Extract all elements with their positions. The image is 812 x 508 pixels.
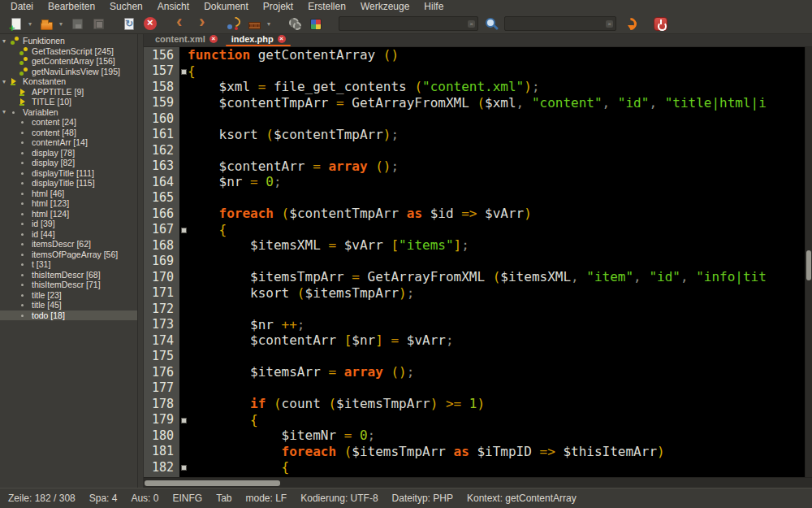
tree-item[interactable]: itemsDescr [62]	[0, 239, 137, 250]
tree-section-label: Variablen	[23, 107, 58, 117]
toolbar-separator	[161, 15, 171, 33]
execute-button[interactable]	[285, 15, 304, 33]
geany-window: DateiBearbeitenSuchenAnsichtDokumentProj…	[0, 0, 812, 508]
fold-margin	[179, 301, 188, 317]
navigate-forward-button[interactable]	[192, 15, 212, 33]
fold-margin	[179, 190, 188, 206]
line-number: 158	[144, 80, 179, 94]
line-number: 163	[144, 158, 179, 173]
menu-bearbeiten[interactable]: Bearbeiten	[41, 0, 102, 14]
search-input[interactable]	[339, 17, 477, 30]
back-icon	[175, 17, 188, 30]
compile-button[interactable]	[223, 15, 243, 33]
menu-dokument[interactable]: Dokument	[197, 0, 256, 14]
goto-line-input[interactable]	[505, 17, 615, 30]
color-chooser-button[interactable]	[306, 15, 326, 33]
code-editor[interactable]: 156function getContentArray ()157{158 $x…	[144, 47, 812, 477]
tree-item[interactable]: todo [18]	[0, 310, 137, 321]
menu-erstellen[interactable]: Erstellen	[300, 0, 353, 14]
tree-item[interactable]: html [46]	[0, 189, 137, 199]
menu-suchen[interactable]: Suchen	[102, 0, 150, 14]
horizontal-scrollbar[interactable]	[144, 477, 812, 488]
fold-marker-icon[interactable]	[179, 63, 188, 80]
fold-margin	[179, 47, 188, 63]
function-icon	[19, 47, 28, 55]
search-button[interactable]	[482, 15, 501, 33]
tab-content.xml[interactable]: content.xml×	[148, 33, 224, 46]
code-line: 157{	[144, 63, 812, 80]
fold-marker-icon[interactable]	[179, 412, 188, 428]
goto-line-button[interactable]	[620, 15, 639, 33]
fold-marker-icon[interactable]	[179, 459, 188, 475]
code-text: $itemsTmpArr = GetArrayFromXML ($itemsXM…	[188, 269, 812, 284]
line-number: 169	[144, 254, 179, 268]
tree-item[interactable]: thisItemDescr [68]	[0, 270, 137, 280]
line-number: 162	[144, 143, 179, 158]
revert-button[interactable]	[119, 15, 139, 33]
new-file-menu-caret[interactable]: ▾	[26, 20, 34, 28]
tree-item[interactable]: html [124]	[0, 209, 137, 219]
expander-icon[interactable]: ▾	[2, 108, 11, 115]
close-document-button[interactable]	[140, 15, 160, 33]
tree-item[interactable]: TITLE [10]	[0, 97, 137, 107]
new-file-button[interactable]	[6, 15, 25, 33]
tree-item[interactable]: content [24]	[0, 117, 137, 128]
tree-item[interactable]: itemsOfPageArray [56]	[0, 250, 137, 260]
tree-item[interactable]: contentArr [14]	[0, 137, 137, 148]
tree-section-konstanten[interactable]: ▾Konstanten	[0, 76, 137, 87]
menu-datei[interactable]: Datei	[3, 0, 41, 14]
tree-item[interactable]: content [48]	[0, 128, 137, 138]
save-all-button[interactable]	[89, 15, 108, 33]
tree-item[interactable]: title [45]	[0, 300, 137, 310]
tree-item[interactable]: id [39]	[0, 219, 137, 229]
tree-section-funktionen[interactable]: ▾Funktionen	[0, 36, 137, 46]
function-icon	[11, 37, 19, 45]
clear-icon[interactable]: ×	[606, 20, 613, 28]
menu-projekt[interactable]: Projekt	[256, 0, 300, 14]
vertical-scrollbar[interactable]	[805, 47, 812, 477]
line-number: 170	[144, 270, 179, 284]
tree-item[interactable]: GetTastenScript [245]	[0, 46, 137, 57]
code-text: {	[188, 63, 812, 79]
sidebar-splitter[interactable]	[138, 34, 144, 488]
open-file-menu-caret[interactable]: ▾	[57, 20, 65, 28]
symbols-sidebar[interactable]: ▾FunktionenGetTastenScript [245]getConte…	[0, 34, 138, 488]
tree-item-label: content [24]	[32, 117, 76, 127]
tree-section-variablen[interactable]: ▾Variablen	[0, 107, 137, 118]
menu-hilfe[interactable]: Hilfe	[417, 0, 451, 14]
expander-icon[interactable]: ▾	[2, 37, 11, 45]
tree-item[interactable]: APPTITLE [9]	[0, 87, 137, 98]
horizontal-scrollbar-thumb[interactable]	[145, 480, 280, 486]
tree-item[interactable]: title [23]	[0, 290, 137, 301]
menu-werkzeuge[interactable]: Werkzeuge	[353, 0, 417, 14]
tree-item[interactable]: html [123]	[0, 198, 137, 209]
tree-item[interactable]: display [82]	[0, 158, 137, 168]
tab-index.php[interactable]: index.php×	[224, 33, 292, 46]
fold-margin	[179, 364, 188, 380]
navigate-back-button[interactable]	[171, 15, 191, 33]
build-button[interactable]	[244, 15, 264, 33]
tree-item[interactable]: getContentArray [156]	[0, 56, 137, 67]
tree-item[interactable]: getNaviLinksView [195]	[0, 67, 137, 77]
tree-item[interactable]: thisItemDescr [71]	[0, 280, 137, 290]
fold-margin	[179, 174, 188, 190]
build-menu-caret[interactable]: ▾	[265, 20, 273, 28]
save-button[interactable]	[67, 15, 87, 33]
tree-item-label: TITLE [10]	[32, 97, 71, 106]
expander-icon[interactable]: ▾	[2, 78, 11, 85]
tree-item[interactable]: t [31]	[0, 259, 137, 270]
main-area: ▾FunktionenGetTastenScript [245]getConte…	[0, 34, 812, 488]
tree-item[interactable]: id [44]	[0, 229, 137, 240]
tree-item[interactable]: displayTitle [111]	[0, 168, 137, 179]
fold-marker-icon[interactable]	[179, 222, 188, 238]
quit-button[interactable]	[650, 15, 670, 33]
tree-item[interactable]: displayTitle [115]	[0, 178, 137, 189]
tree-item[interactable]: display [78]	[0, 148, 137, 158]
open-file-button[interactable]	[37, 15, 56, 33]
clear-icon[interactable]: ×	[468, 20, 475, 28]
toolbar-separator	[326, 15, 336, 33]
tab-close-icon[interactable]: ×	[209, 35, 218, 43]
menu-ansicht[interactable]: Ansicht	[150, 0, 197, 14]
tab-close-icon[interactable]: ×	[278, 35, 286, 43]
vertical-scrollbar-thumb[interactable]	[806, 250, 811, 280]
